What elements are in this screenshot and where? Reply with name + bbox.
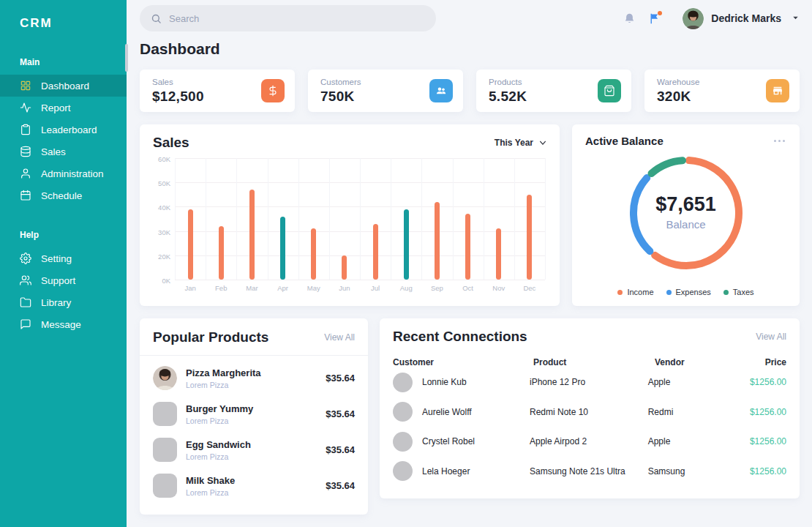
x-axis-label: Jan bbox=[175, 284, 206, 292]
topbar-actions: Dedrick Marks bbox=[623, 8, 800, 29]
gridline bbox=[391, 158, 391, 280]
sidebar-item-label: Sales bbox=[41, 146, 66, 157]
stat-value: $12,500 bbox=[152, 89, 204, 105]
warehouse-icon bbox=[766, 79, 789, 102]
sidebar-item-label: Leaderboard bbox=[41, 124, 97, 135]
gridline bbox=[360, 158, 361, 280]
chart-range-select[interactable]: This Year bbox=[495, 138, 546, 148]
product-list: Pizza MargheritaLorem Pizza$35.64Burger … bbox=[140, 356, 368, 504]
product-subtitle: Lorem Pizza bbox=[186, 452, 251, 461]
stat-info: Warehouse320K bbox=[657, 78, 699, 105]
x-axis-label: Dec bbox=[514, 284, 545, 292]
bar-chart-plot bbox=[175, 158, 545, 280]
sidebar-item-library[interactable]: Library bbox=[0, 291, 127, 313]
sidebar-nav: MainDashboardReportLeaderboardSalesAdmin… bbox=[0, 57, 127, 335]
sales-chart-card: Sales This Year 60K50K40K30K20K0KJanFebM… bbox=[140, 124, 560, 306]
active-balance-card: Active Balance $7,651 Balance IncomeExpe… bbox=[572, 124, 800, 306]
sidebar-item-leaderboard[interactable]: Leaderboard bbox=[0, 119, 127, 141]
gridline bbox=[453, 158, 454, 280]
product-thumbnail-placeholder bbox=[153, 474, 177, 498]
sidebar-item-label: Message bbox=[41, 319, 81, 330]
search-input[interactable] bbox=[169, 13, 425, 24]
flag-notification-button[interactable] bbox=[648, 12, 661, 25]
legend-item-taxes: Taxes bbox=[723, 288, 754, 296]
page-title: Dashboard bbox=[140, 40, 800, 58]
column-header-price: Price bbox=[759, 357, 786, 367]
connections-view-all-link[interactable]: View All bbox=[756, 332, 786, 342]
customer-avatar bbox=[393, 373, 413, 392]
report-icon bbox=[20, 102, 31, 113]
stat-info: Sales$12,500 bbox=[152, 78, 204, 105]
balance-donut-chart: $7,651 Balance bbox=[624, 151, 748, 275]
stat-label: Warehouse bbox=[657, 78, 699, 86]
table-row[interactable]: Lonnie KubiPhone 12 ProApple$1256.00 bbox=[393, 367, 786, 397]
x-axis-label: Jul bbox=[360, 284, 391, 292]
sales-icon bbox=[20, 146, 31, 157]
product-name: Egg Sandwich bbox=[186, 439, 251, 450]
table-row[interactable]: Aurelie WolffRedmi Note 10Redmi$1256.00 bbox=[393, 397, 786, 427]
bottom-row: Popular Products View All Pizza Margheri… bbox=[140, 318, 800, 515]
sidebar: CRM MainDashboardReportLeaderboardSalesA… bbox=[0, 0, 127, 527]
recent-connections-card: Recent Connections View All CustomerProd… bbox=[380, 318, 800, 498]
vendor-cell: Apple bbox=[648, 377, 750, 387]
gridline bbox=[206, 158, 206, 280]
x-axis-label: Feb bbox=[206, 284, 236, 292]
customer-avatar bbox=[393, 402, 413, 422]
sidebar-item-label: Setting bbox=[41, 253, 72, 264]
sidebar-section-label: Main bbox=[20, 57, 127, 67]
main-content: Dedrick Marks Dashboard Sales$12,500Cust… bbox=[127, 0, 812, 527]
popular-products-card: Popular Products View All Pizza Margheri… bbox=[140, 318, 368, 515]
product-list-item[interactable]: Burger YummyLorem Pizza$35.64 bbox=[153, 396, 355, 432]
gridline bbox=[329, 158, 330, 280]
product-list-item[interactable]: Milk ShakeLorem Pizza$35.64 bbox=[153, 468, 355, 504]
bar-feb bbox=[219, 226, 224, 280]
customer-name: Lela Hoeger bbox=[422, 466, 470, 476]
crm-app: CRM MainDashboardReportLeaderboardSalesA… bbox=[0, 0, 812, 527]
product-cell: Redmi Note 10 bbox=[530, 407, 648, 417]
stat-label: Products bbox=[489, 78, 527, 86]
sidebar-item-schedule[interactable]: Schedule bbox=[0, 184, 127, 206]
product-info: Pizza MargheritaLorem Pizza bbox=[186, 367, 261, 389]
stat-info: Customers750K bbox=[320, 78, 361, 105]
bar-sep bbox=[435, 202, 440, 280]
x-axis-label: Sep bbox=[421, 284, 452, 292]
table-row[interactable]: Lela HoegerSamsung Note 21s UltraSamsung… bbox=[393, 457, 786, 487]
gridline bbox=[545, 158, 546, 280]
stat-card-products: Products5.52K bbox=[476, 70, 631, 112]
sidebar-item-label: Schedule bbox=[41, 190, 82, 201]
sales-chart-title: Sales bbox=[153, 135, 189, 151]
notifications-bell-button[interactable] bbox=[623, 12, 636, 25]
connections-table-body: Lonnie KubiPhone 12 ProApple$1256.00Aure… bbox=[393, 367, 786, 486]
dollar-icon bbox=[261, 79, 285, 102]
product-list-item[interactable]: Pizza MargheritaLorem Pizza$35.64 bbox=[153, 360, 355, 396]
products-view-all-link[interactable]: View All bbox=[324, 332, 355, 343]
gridline bbox=[421, 158, 422, 280]
sidebar-item-message[interactable]: Message bbox=[0, 313, 127, 335]
sidebar-item-administration[interactable]: Administration bbox=[0, 162, 127, 184]
legend-item-income: Income bbox=[617, 288, 653, 296]
bar-apr bbox=[280, 217, 285, 280]
x-axis-label: Oct bbox=[453, 284, 484, 292]
legend-dot bbox=[723, 290, 729, 295]
notification-badge bbox=[658, 11, 662, 15]
user-menu[interactable]: Dedrick Marks bbox=[683, 8, 800, 29]
sidebar-item-sales[interactable]: Sales bbox=[0, 141, 127, 162]
product-list-item[interactable]: Egg SandwichLorem Pizza$35.64 bbox=[153, 432, 355, 468]
more-options-icon[interactable] bbox=[772, 137, 786, 145]
user-name: Dedrick Marks bbox=[711, 12, 781, 24]
bell-icon bbox=[623, 12, 636, 25]
customer-name: Aurelie Wolff bbox=[422, 407, 472, 417]
y-axis-label: 50K bbox=[153, 179, 170, 187]
sidebar-item-dashboard[interactable]: Dashboard bbox=[0, 75, 127, 97]
price-cell: $1256.00 bbox=[750, 436, 786, 446]
product-info: Burger YummyLorem Pizza bbox=[186, 403, 253, 425]
sidebar-item-label: Administration bbox=[41, 168, 104, 179]
product-thumbnail-placeholder bbox=[153, 438, 177, 462]
product-cell: Samsung Note 21s Ultra bbox=[530, 466, 648, 476]
recent-connections-title: Recent Connections bbox=[393, 329, 527, 345]
sidebar-item-setting[interactable]: Setting bbox=[0, 247, 127, 269]
products-icon bbox=[598, 79, 621, 102]
sidebar-item-report[interactable]: Report bbox=[0, 97, 127, 119]
table-row[interactable]: Crystel RobelApple Airpod 2Apple$1256.00 bbox=[393, 427, 786, 457]
sidebar-item-support[interactable]: Support bbox=[0, 269, 127, 291]
